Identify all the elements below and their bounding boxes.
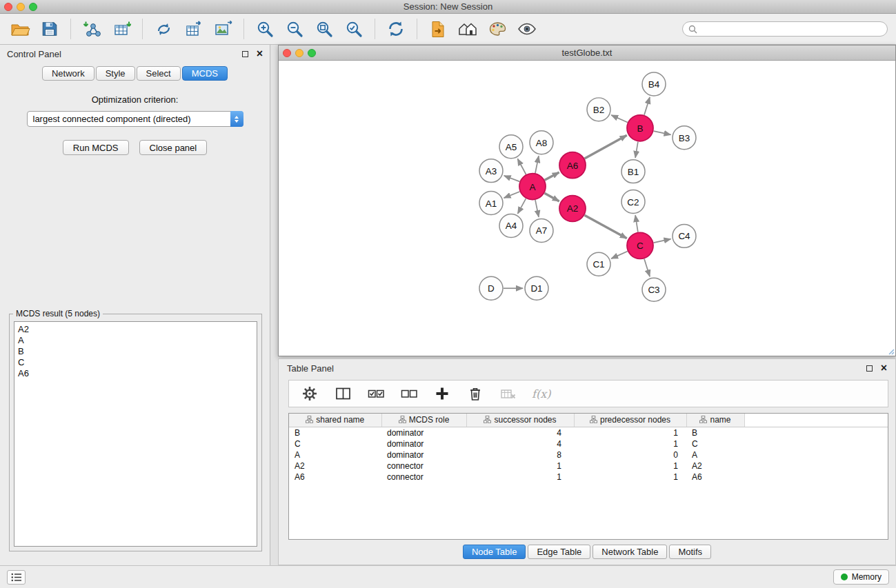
- zoom-out-button[interactable]: [283, 17, 306, 41]
- zoom-selected-button[interactable]: [342, 17, 366, 41]
- zoom-fit-button[interactable]: [312, 17, 336, 41]
- close-control-panel-button[interactable]: ×: [257, 48, 263, 59]
- float-table-panel-button[interactable]: [866, 365, 873, 372]
- graph-edge-A-A3[interactable]: [504, 176, 520, 182]
- function-builder-button[interactable]: f(x): [532, 384, 550, 403]
- show-columns-button[interactable]: [333, 384, 352, 403]
- tab-edge-table[interactable]: Edge Table: [528, 545, 590, 559]
- tab-style[interactable]: Style: [96, 66, 135, 81]
- export-image-button[interactable]: [211, 17, 235, 41]
- graph-edge-C-C1[interactable]: [611, 252, 628, 259]
- style-palette-button[interactable]: [486, 17, 509, 41]
- tab-network[interactable]: Network: [42, 66, 94, 81]
- tab-motifs[interactable]: Motifs: [669, 545, 711, 559]
- column-header-predecessor-nodes[interactable]: predecessor nodes: [574, 414, 686, 427]
- import-network-button[interactable]: [80, 17, 103, 41]
- table-row[interactable]: Cdominator41C: [289, 438, 888, 449]
- hide-details-button[interactable]: [456, 17, 479, 41]
- network-zoom-button[interactable]: [308, 49, 316, 57]
- close-window-button[interactable]: [4, 3, 12, 11]
- mcds-result-item[interactable]: A2: [18, 324, 253, 335]
- zoom-fit-icon: [315, 20, 334, 39]
- float-control-panel-button[interactable]: [242, 51, 248, 57]
- graph-node-label-A1: A1: [486, 199, 497, 209]
- save-session-button[interactable]: [38, 17, 61, 41]
- table-settings-button[interactable]: [300, 384, 319, 403]
- graph-edge-C-C3[interactable]: [644, 258, 650, 276]
- mcds-result-item[interactable]: A: [18, 335, 253, 346]
- network-close-button[interactable]: [283, 49, 291, 57]
- node-table-container[interactable]: shared nameMCDS rolesuccessor nodesprede…: [288, 413, 888, 540]
- delete-table-icon: [500, 385, 517, 402]
- add-column-button[interactable]: [432, 384, 452, 403]
- tab-mcds[interactable]: MCDS: [182, 66, 228, 81]
- memory-button[interactable]: Memory: [833, 569, 889, 585]
- tab-node-table[interactable]: Node Table: [463, 545, 526, 559]
- mcds-result-item[interactable]: A6: [18, 368, 253, 379]
- network-view-window: testGlobe.txt AA1A2A3A4A5A6A7A8BB1B2B3B4…: [278, 45, 896, 356]
- export-table-button[interactable]: [181, 17, 205, 41]
- mcds-result-item[interactable]: B: [18, 346, 253, 357]
- run-mcds-button[interactable]: Run MCDS: [63, 140, 129, 155]
- mcds-result-list[interactable]: A2ABCA6: [14, 321, 257, 547]
- table-row[interactable]: Adominator80A: [289, 449, 888, 460]
- graph-edge-C-C2[interactable]: [635, 215, 638, 232]
- column-header-shared-name[interactable]: shared name: [289, 414, 381, 427]
- table-row[interactable]: Bdominator41B: [289, 427, 888, 438]
- tab-network-table[interactable]: Network Table: [593, 545, 667, 559]
- tab-select[interactable]: Select: [137, 66, 181, 81]
- column-header-MCDS-role[interactable]: MCDS role: [381, 414, 466, 427]
- network-canvas[interactable]: AA1A2A3A4A5A6A7A8BB1B2B3B4CC1C2C3C4DD1: [279, 61, 895, 356]
- graph-edge-B-B4[interactable]: [644, 97, 650, 115]
- graph-edge-A-A1[interactable]: [504, 192, 520, 198]
- mcds-result-item[interactable]: C: [18, 357, 253, 368]
- graph-edge-A6-B[interactable]: [585, 135, 627, 159]
- close-panel-button[interactable]: Close panel: [139, 140, 208, 155]
- graph-edge-C-C4[interactable]: [654, 239, 671, 243]
- close-table-panel-button[interactable]: ×: [881, 363, 887, 374]
- delete-table-button[interactable]: [499, 384, 518, 403]
- graph-edge-A-A4[interactable]: [518, 199, 526, 214]
- graph-edge-A-A6[interactable]: [545, 172, 559, 180]
- column-header-successor-nodes[interactable]: successor nodes: [466, 414, 574, 427]
- graph-edge-B-B1[interactable]: [635, 142, 638, 158]
- criterion-dropdown[interactable]: largest connected component (directed): [27, 111, 243, 127]
- memory-label: Memory: [852, 572, 882, 582]
- zoom-out-icon: [286, 20, 304, 39]
- task-history-button[interactable]: [7, 570, 26, 585]
- table-header-row: shared nameMCDS rolesuccessor nodesprede…: [289, 414, 888, 427]
- optimization-criterion-label: Optimization criterion:: [0, 94, 270, 105]
- refresh-view-button[interactable]: [384, 17, 408, 41]
- column-header-name[interactable]: name: [686, 414, 744, 427]
- resize-grip-icon[interactable]: [887, 347, 895, 355]
- export-network-button[interactable]: [152, 17, 175, 41]
- first-neighbors-button[interactable]: [426, 17, 450, 41]
- titlebar[interactable]: Session: New Session: [0, 0, 896, 14]
- search-field[interactable]: [682, 21, 888, 37]
- graph-edge-A-A7[interactable]: [535, 200, 539, 217]
- graph-edge-B-B3[interactable]: [654, 131, 671, 134]
- graph-edge-A2-C[interactable]: [585, 215, 627, 239]
- graph-edge-A-A8[interactable]: [535, 156, 539, 173]
- network-canvas-area[interactable]: AA1A2A3A4A5A6A7A8BB1B2B3B4CC1C2C3C4DD1: [279, 61, 895, 356]
- minimize-window-button[interactable]: [17, 3, 25, 11]
- network-window-titlebar[interactable]: testGlobe.txt: [279, 45, 895, 61]
- graph-edge-A-A2[interactable]: [545, 193, 559, 201]
- table-row[interactable]: A6connector11A6: [289, 472, 888, 483]
- import-table-button[interactable]: [110, 17, 133, 41]
- delete-column-button[interactable]: [466, 384, 485, 403]
- zoom-window-button[interactable]: [29, 3, 37, 11]
- graph-edge-B-B2[interactable]: [611, 115, 628, 123]
- graph-edge-A-A5[interactable]: [517, 159, 526, 174]
- network-minimize-button[interactable]: [295, 49, 303, 57]
- show-hide-button[interactable]: [515, 17, 539, 41]
- graph-node-label-A8: A8: [536, 138, 548, 148]
- select-all-button[interactable]: [366, 384, 386, 403]
- search-input[interactable]: [701, 24, 882, 34]
- right-area: testGlobe.txt AA1A2A3A4A5A6A7A8BB1B2B3B4…: [270, 45, 896, 565]
- graph-node-label-A: A: [530, 182, 536, 192]
- table-row[interactable]: A2connector11A2: [289, 460, 888, 472]
- deselect-all-button[interactable]: [399, 384, 419, 403]
- open-session-button[interactable]: [8, 17, 32, 41]
- zoom-in-button[interactable]: [253, 17, 277, 41]
